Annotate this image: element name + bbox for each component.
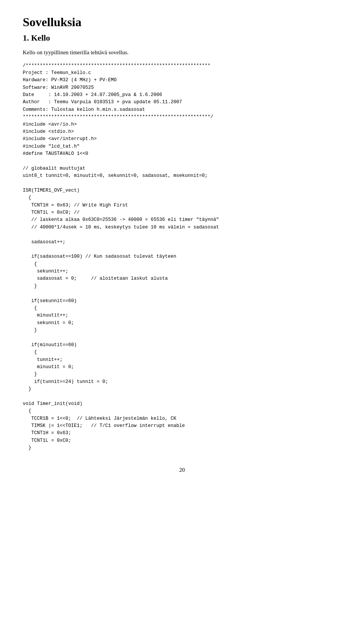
intro-paragraph: Kello on tyypillinen timerilla tehtävä s… — [23, 48, 341, 57]
page-number: 20 — [23, 467, 341, 473]
section-title: 1. Kello — [23, 33, 341, 43]
code-block: /***************************************… — [23, 62, 341, 452]
section-title-text: Kello — [31, 33, 50, 43]
main-title: Sovelluksia — [23, 15, 341, 29]
section-number: 1. — [23, 33, 29, 43]
